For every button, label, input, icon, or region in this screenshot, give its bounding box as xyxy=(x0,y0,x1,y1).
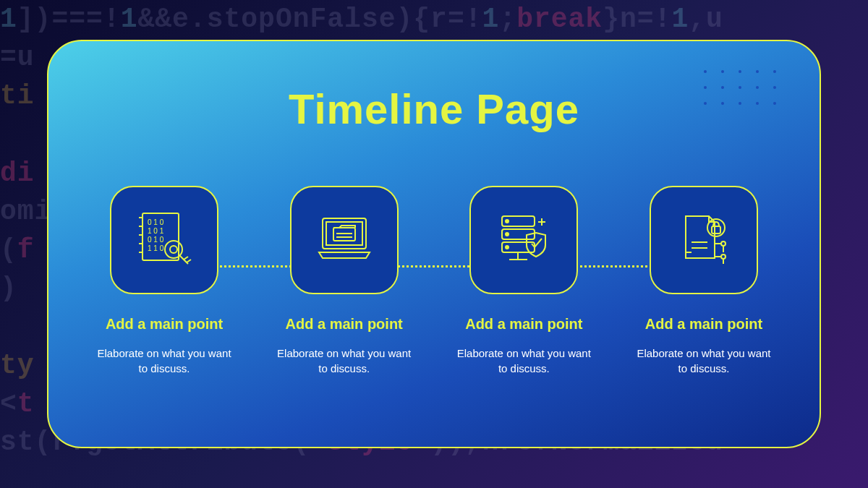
page-title: Timeline Page xyxy=(77,85,791,133)
svg-point-16 xyxy=(506,233,509,236)
svg-point-24 xyxy=(721,241,726,246)
svg-rect-23 xyxy=(712,226,720,234)
timeline-step: Add a main point Elaborate on what you w… xyxy=(624,186,783,376)
timeline-step: 0 1 0 1 0 1 0 1 0 1 1 0 Add a main point… xyxy=(85,186,244,376)
decorative-dot-grid xyxy=(700,67,780,108)
svg-text:1 1 0: 1 1 0 xyxy=(148,244,164,252)
step-description: Elaborate on what you want to discuss. xyxy=(631,346,776,376)
step-heading: Add a main point xyxy=(286,316,403,333)
svg-point-26 xyxy=(721,254,726,259)
timeline-row: 0 1 0 1 0 1 0 1 0 1 1 0 Add a main point… xyxy=(85,186,783,376)
svg-point-6 xyxy=(170,246,177,253)
svg-text:0 1 0: 0 1 0 xyxy=(148,218,164,226)
binary-key-icon: 0 1 0 1 0 1 0 1 0 1 1 0 xyxy=(110,186,218,294)
step-description: Elaborate on what you want to discuss. xyxy=(92,346,237,376)
laptop-folder-icon xyxy=(290,186,399,294)
svg-point-17 xyxy=(506,246,509,249)
step-heading: Add a main point xyxy=(645,316,762,333)
step-description: Elaborate on what you want to discuss. xyxy=(272,346,417,376)
server-shield-icon xyxy=(469,186,578,294)
main-card: Timeline Page 0 1 0 1 0 1 0 1 0 1 1 0 Ad… xyxy=(47,40,821,448)
svg-text:0 1 0: 0 1 0 xyxy=(148,236,164,244)
step-description: Elaborate on what you want to discuss. xyxy=(451,346,596,376)
step-heading: Add a main point xyxy=(106,316,223,333)
step-heading: Add a main point xyxy=(465,316,582,333)
document-lock-icon xyxy=(650,186,758,294)
timeline-step: Add a main point Elaborate on what you w… xyxy=(265,186,424,376)
svg-text:1 0 1: 1 0 1 xyxy=(148,227,164,235)
timeline-step: Add a main point Elaborate on what you w… xyxy=(444,186,603,376)
svg-point-15 xyxy=(506,220,509,223)
